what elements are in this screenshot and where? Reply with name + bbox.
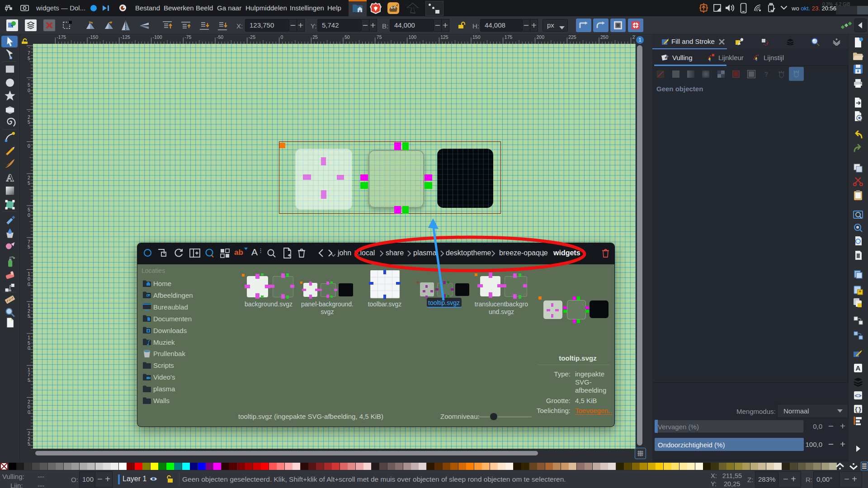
- svg-text:-: -: [28, 108, 30, 113]
- svg-text:50: 50: [344, 34, 350, 40]
- svg-text:0: 0: [28, 282, 30, 287]
- svg-text:-: -: [28, 76, 30, 82]
- svg-text:2: 2: [28, 175, 30, 180]
- svg-text:100: 100: [409, 34, 417, 40]
- svg-text:0: 0: [28, 276, 30, 282]
- svg-text:-50: -50: [217, 34, 223, 40]
- svg-text:5: 5: [28, 82, 30, 88]
- svg-text:0: 0: [28, 88, 30, 93]
- svg-text:5: 5: [28, 207, 30, 212]
- svg-text:1: 1: [28, 335, 30, 340]
- svg-text:5: 5: [28, 56, 30, 61]
- svg-text:-: -: [28, 44, 30, 50]
- svg-text:7: 7: [28, 239, 30, 244]
- svg-text:200: 200: [537, 34, 545, 40]
- svg-text:2: 2: [28, 399, 30, 404]
- svg-text:0: 0: [281, 34, 283, 40]
- svg-text:0: 0: [28, 143, 30, 149]
- svg-text:1: 1: [28, 367, 30, 372]
- svg-text:5: 5: [28, 377, 30, 383]
- svg-text:5: 5: [28, 313, 30, 319]
- svg-text:75: 75: [377, 34, 382, 40]
- svg-text:125: 125: [440, 34, 448, 40]
- svg-text:-100: -100: [153, 34, 162, 40]
- svg-text:5: 5: [28, 441, 30, 446]
- svg-text:225: 225: [568, 34, 576, 40]
- svg-text:-150: -150: [89, 34, 98, 40]
- svg-text:250: 250: [600, 34, 609, 40]
- svg-text:-175: -175: [57, 34, 66, 40]
- svg-text:-75: -75: [184, 34, 191, 40]
- svg-text:2: 2: [28, 308, 30, 314]
- svg-text:5: 5: [28, 244, 30, 249]
- svg-text:25: 25: [312, 34, 318, 40]
- svg-text:2: 2: [28, 436, 30, 441]
- svg-text:-25: -25: [249, 34, 255, 40]
- svg-text:2: 2: [28, 431, 30, 436]
- svg-text:-125: -125: [121, 34, 130, 40]
- svg-text:150: 150: [472, 34, 481, 40]
- svg-text:0: 0: [28, 345, 30, 351]
- svg-text:0: 0: [28, 409, 30, 415]
- svg-text:0: 0: [28, 212, 30, 218]
- svg-text:0: 0: [28, 404, 30, 409]
- svg-text:7: 7: [28, 372, 30, 377]
- svg-text:2: 2: [28, 114, 30, 120]
- svg-text:5: 5: [28, 119, 30, 125]
- svg-text:275: 275: [632, 34, 636, 40]
- svg-text:1: 1: [28, 271, 30, 277]
- svg-text:5: 5: [28, 180, 30, 186]
- svg-text:7: 7: [28, 50, 30, 56]
- svg-text:175: 175: [505, 34, 513, 40]
- svg-text:1: 1: [28, 303, 30, 308]
- svg-text:A: A: [6, 172, 14, 183]
- svg-text:5: 5: [28, 340, 30, 346]
